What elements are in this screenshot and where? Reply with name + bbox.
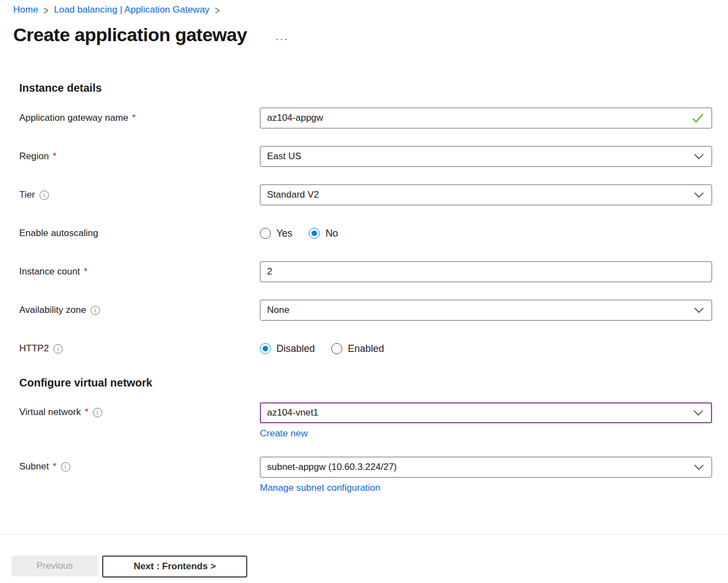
dropdown-selected-value: subnet-appgw (10.60.3.224/27)	[267, 462, 397, 473]
instance-count-input[interactable]: 2	[260, 261, 712, 282]
radio-label: No	[325, 228, 338, 239]
label-text: Instance count	[19, 266, 80, 277]
label-text: Subnet	[19, 461, 49, 472]
create-new-link[interactable]: Create new	[260, 428, 308, 439]
input-value: 2	[267, 266, 272, 277]
dropdown-selected-value: None	[267, 305, 290, 316]
enable-autoscaling-label: Enable autoscaling	[19, 228, 260, 239]
instance-count-label: Instance count *	[19, 266, 260, 277]
info-icon[interactable]: i	[91, 306, 100, 315]
row-http2: HTTP2 i Disabled Enabled	[19, 338, 712, 359]
row-tier: Tier i Standard V2	[19, 184, 712, 205]
dropdown-selected-value: East US	[267, 151, 301, 162]
enable-autoscaling-radio-group: Yes No	[260, 228, 712, 239]
chevron-down-icon	[693, 410, 703, 416]
row-virtual-network: Virtual network * i az104-vnet1 Create n…	[19, 402, 712, 439]
row-instance-count: Instance count * 2	[19, 261, 712, 282]
application-gateway-name-input[interactable]: az104-appgw	[260, 108, 712, 128]
region-dropdown[interactable]: East US	[260, 146, 712, 167]
label-text: Availability zone	[19, 305, 86, 316]
row-region: Region * East US	[19, 146, 712, 167]
http2-enabled-radio[interactable]: Enabled	[331, 343, 384, 355]
manage-subnet-configuration-link[interactable]: Manage subnet configuration	[260, 483, 380, 494]
http2-label: HTTP2 i	[19, 343, 260, 354]
required-asterisk: *	[132, 113, 136, 124]
row-enable-autoscaling: Enable autoscaling Yes No	[19, 223, 712, 244]
region-label: Region *	[19, 151, 260, 162]
create-application-gateway-page: Home > Load balancing | Application Gate…	[0, 0, 728, 583]
radio-circle	[260, 343, 271, 354]
subnet-dropdown[interactable]: subnet-appgw (10.60.3.224/27)	[260, 457, 712, 478]
valid-checkmark-icon	[692, 113, 704, 123]
input-value: az104-appgw	[267, 113, 323, 124]
chevron-down-icon	[694, 192, 704, 198]
required-asterisk: *	[53, 151, 57, 162]
radio-label: Yes	[276, 228, 292, 239]
footer: Previous Next : Frontends >	[0, 534, 728, 578]
row-availability-zone: Availability zone i None	[19, 300, 712, 321]
chevron-down-icon	[694, 464, 704, 470]
section-heading-instance-details: Instance details	[19, 82, 712, 94]
radio-label: Enabled	[348, 343, 384, 355]
breadcrumb-load-balancing-link[interactable]: Load balancing | Application Gateway	[54, 4, 209, 15]
label-text: HTTP2	[19, 343, 49, 354]
label-text: Tier	[19, 189, 35, 200]
tier-label: Tier i	[19, 189, 260, 200]
dropdown-selected-value: az104-vnet1	[267, 407, 319, 418]
tier-dropdown[interactable]: Standard V2	[260, 184, 712, 205]
autoscaling-no-radio[interactable]: No	[309, 228, 338, 239]
next-frontends-button[interactable]: Next : Frontends >	[102, 556, 247, 578]
virtual-network-label: Virtual network * i	[19, 402, 260, 418]
http2-radio-group: Disabled Enabled	[260, 343, 712, 355]
required-asterisk: *	[84, 266, 88, 277]
page-title: Create application gateway	[13, 24, 247, 46]
breadcrumb-separator-icon: >	[215, 4, 220, 16]
dropdown-selected-value: Standard V2	[267, 189, 319, 200]
breadcrumb-home-link[interactable]: Home	[13, 4, 38, 15]
section-heading-configure-vnet: Configure virtual network	[19, 377, 712, 389]
previous-button[interactable]: Previous	[12, 556, 98, 576]
required-asterisk: *	[53, 461, 57, 472]
subnet-label: Subnet * i	[19, 457, 260, 472]
virtual-network-dropdown[interactable]: az104-vnet1	[260, 402, 712, 423]
radio-circle	[260, 228, 271, 239]
required-asterisk: *	[85, 407, 88, 418]
breadcrumb-separator-icon: >	[43, 4, 48, 16]
http2-disabled-radio[interactable]: Disabled	[260, 343, 315, 355]
availability-zone-dropdown[interactable]: None	[260, 300, 712, 321]
label-text: Virtual network	[19, 407, 81, 418]
info-icon[interactable]: i	[93, 408, 102, 417]
radio-circle	[309, 228, 320, 239]
label-text: Application gateway name	[19, 113, 128, 124]
radio-circle	[331, 343, 342, 354]
info-icon[interactable]: i	[40, 190, 49, 200]
info-icon[interactable]: i	[53, 344, 63, 354]
row-subnet: Subnet * i subnet-appgw (10.60.3.224/27)…	[19, 457, 712, 494]
row-application-gateway-name: Application gateway name * az104-appgw	[19, 108, 712, 128]
info-icon[interactable]: i	[61, 462, 70, 472]
footer-buttons: Previous Next : Frontends >	[0, 535, 728, 578]
autoscaling-yes-radio[interactable]: Yes	[260, 228, 292, 239]
form-area: Instance details Application gateway nam…	[0, 82, 728, 494]
title-row: Create application gateway ···	[13, 24, 728, 46]
label-text: Enable autoscaling	[19, 228, 98, 239]
radio-label: Disabled	[276, 343, 315, 355]
label-text: Region	[19, 151, 49, 162]
more-options-icon[interactable]: ···	[275, 34, 288, 44]
breadcrumb: Home > Load balancing | Application Gate…	[0, 0, 728, 15]
application-gateway-name-label: Application gateway name *	[19, 113, 260, 124]
chevron-down-icon	[694, 154, 704, 159]
chevron-down-icon	[694, 307, 704, 313]
availability-zone-label: Availability zone i	[19, 305, 260, 316]
